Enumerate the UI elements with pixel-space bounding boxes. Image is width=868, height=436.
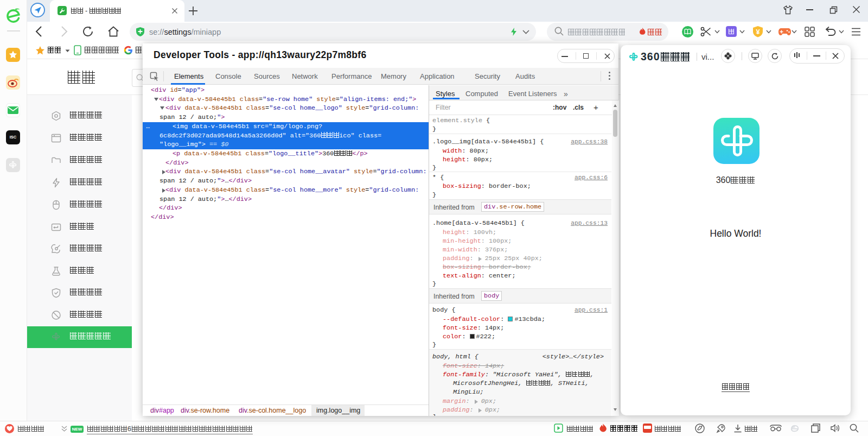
svg-text:¥: ¥ (756, 28, 760, 36)
